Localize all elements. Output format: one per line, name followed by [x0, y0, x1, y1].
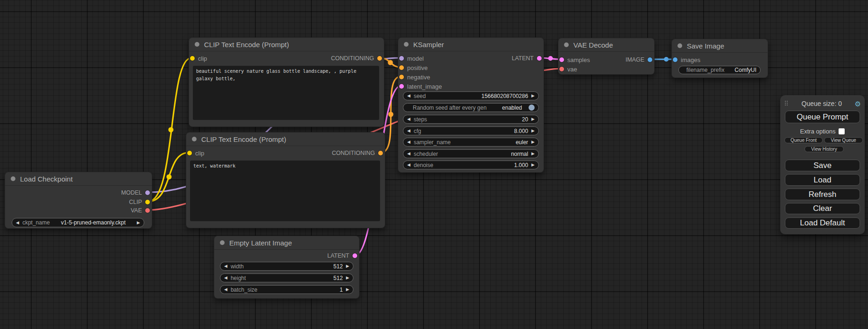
extra-options-checkbox[interactable]	[839, 128, 845, 134]
widget-ckpt-name[interactable]: ◀ ckpt_name v1-5-pruned-emaonly.ckpt ▶	[12, 218, 144, 227]
collapse-dot-icon[interactable]	[11, 176, 15, 181]
input-slot-clip[interactable]: clip	[190, 54, 207, 63]
load-button[interactable]: Load	[785, 174, 860, 186]
latent-port-icon[interactable]	[353, 253, 357, 258]
widget-batch-size[interactable]: ◀ batch_size 1 ▶	[220, 285, 353, 294]
collapse-dot-icon[interactable]	[192, 137, 197, 141]
node-clip-text-encode-negative[interactable]: CLIP Text Encode (Prompt) clip CONDITION…	[186, 132, 385, 228]
decrement-arrow-icon[interactable]: ◀	[407, 94, 410, 98]
output-slot-vae[interactable]: VAE	[131, 206, 150, 215]
node-title-bar[interactable]: CLIP Text Encode (Prompt)	[186, 133, 385, 146]
increment-arrow-icon[interactable]: ▶	[531, 94, 535, 98]
widget-sampler-name[interactable]: ◀ sampler_name euler ▶	[403, 138, 539, 147]
decrement-arrow-icon[interactable]: ◀	[407, 117, 410, 121]
drag-handle-icon[interactable]	[785, 101, 789, 106]
node-empty-latent-image[interactable]: Empty Latent Image LATENT ◀ width 512 ▶ …	[214, 236, 360, 299]
increment-arrow-icon[interactable]: ▶	[531, 117, 535, 121]
input-slot-negative[interactable]: negative	[399, 72, 430, 82]
widget-denoise[interactable]: ◀ denoise 1.000 ▶	[403, 161, 539, 169]
decrement-arrow-icon[interactable]: ◀	[407, 140, 410, 144]
load-default-button[interactable]: Load Default	[785, 217, 860, 229]
widget-width[interactable]: ◀ width 512 ▶	[220, 262, 353, 271]
node-title-bar[interactable]: Save Image	[672, 39, 768, 53]
wire-midpoint-dot[interactable]	[169, 127, 174, 133]
node-vae-decode[interactable]: VAE Decode samples vae IMAGE	[558, 38, 655, 75]
widget-scheduler[interactable]: ◀ scheduler normal ▶	[403, 149, 539, 158]
input-slot-model[interactable]: model	[399, 54, 423, 63]
increment-arrow-icon[interactable]: ▶	[531, 140, 535, 144]
decrement-arrow-icon[interactable]: ◀	[224, 287, 227, 292]
input-slot-samples[interactable]: samples	[559, 55, 590, 64]
collapse-dot-icon[interactable]	[195, 42, 199, 47]
input-slot-latent-image[interactable]: latent_image	[399, 82, 442, 91]
output-slot-conditioning[interactable]: CONDITIONING	[331, 54, 382, 63]
wire-midpoint-dot[interactable]	[388, 60, 393, 65]
wire-midpoint-dot[interactable]	[548, 56, 553, 61]
node-title-bar[interactable]: Load Checkpoint	[5, 172, 152, 186]
increment-arrow-icon[interactable]: ▶	[346, 287, 349, 292]
positive-prompt-textarea[interactable]: beautiful scenery nature glass bottle la…	[193, 66, 379, 120]
view-history-button[interactable]: View History	[804, 146, 844, 152]
wire-midpoint-dot[interactable]	[388, 112, 394, 117]
clip-port-icon[interactable]	[145, 200, 150, 204]
output-slot-image[interactable]: IMAGE	[626, 55, 652, 64]
model-port-icon[interactable]	[399, 56, 404, 61]
clip-port-icon[interactable]	[187, 151, 192, 155]
output-slot-model[interactable]: MODEL	[121, 188, 150, 197]
latent-port-icon[interactable]	[399, 84, 404, 89]
decrement-arrow-icon[interactable]: ◀	[407, 163, 410, 167]
conditioning-port-icon[interactable]	[399, 75, 404, 79]
conditioning-port-icon[interactable]	[378, 151, 383, 155]
settings-gear-icon[interactable]: ⚙	[855, 100, 861, 107]
refresh-button[interactable]: Refresh	[785, 189, 860, 200]
decrement-arrow-icon[interactable]: ◀	[224, 264, 227, 268]
output-slot-latent[interactable]: LATENT	[327, 251, 357, 260]
clip-port-icon[interactable]	[190, 56, 195, 61]
input-slot-images[interactable]: images	[673, 55, 700, 64]
latent-port-icon[interactable]	[537, 56, 542, 61]
toggle-icon[interactable]	[529, 105, 535, 111]
queue-prompt-button[interactable]: Queue Prompt	[785, 111, 860, 123]
conditioning-port-icon[interactable]	[399, 65, 404, 70]
model-port-icon[interactable]	[145, 190, 150, 195]
collapse-dot-icon[interactable]	[564, 42, 569, 47]
image-port-icon[interactable]	[673, 57, 677, 62]
node-clip-text-encode-positive[interactable]: CLIP Text Encode (Prompt) clip CONDITION…	[189, 37, 384, 127]
decrement-arrow-icon[interactable]: ◀	[16, 221, 19, 225]
increment-arrow-icon[interactable]: ▶	[137, 221, 140, 225]
node-ksampler[interactable]: KSampler model positive negative latent_…	[398, 37, 544, 173]
collapse-dot-icon[interactable]	[220, 240, 225, 245]
clear-button[interactable]: Clear	[785, 203, 860, 214]
comfyui-canvas[interactable]: Load Checkpoint MODEL CLIP VAE ◀ ckpt_na…	[0, 0, 868, 329]
output-slot-clip[interactable]: CLIP	[129, 197, 150, 207]
wire-midpoint-dot[interactable]	[664, 57, 669, 62]
widget-filename-prefix[interactable]: filename_prefix ComfyUI	[678, 66, 761, 74]
node-title-bar[interactable]: CLIP Text Encode (Prompt)	[189, 38, 384, 51]
input-slot-clip[interactable]: clip	[187, 148, 205, 158]
negative-prompt-textarea[interactable]: text, watermark	[190, 161, 380, 221]
node-title-bar[interactable]: VAE Decode	[558, 38, 654, 52]
queue-front-button[interactable]: Queue Front	[784, 137, 823, 143]
widget-random-seed[interactable]: Random seed after every gen enabled	[403, 103, 539, 112]
increment-arrow-icon[interactable]: ▶	[531, 163, 535, 167]
collapse-dot-icon[interactable]	[404, 42, 409, 47]
node-load-checkpoint[interactable]: Load Checkpoint MODEL CLIP VAE ◀ ckpt_na…	[5, 172, 152, 229]
queue-panel[interactable]: Queue size: 0 ⚙ Queue Prompt Extra optio…	[780, 95, 865, 234]
output-slot-latent[interactable]: LATENT	[512, 54, 542, 63]
vae-port-icon[interactable]	[145, 208, 150, 213]
collapse-dot-icon[interactable]	[677, 43, 682, 48]
widget-seed[interactable]: ◀ seed 156680208700286 ▶	[403, 91, 539, 100]
wire-midpoint-dot[interactable]	[167, 175, 172, 180]
input-slot-positive[interactable]: positive	[399, 63, 428, 72]
input-slot-vae[interactable]: vae	[559, 64, 577, 74]
node-title-bar[interactable]: Empty Latent Image	[214, 236, 359, 250]
latent-port-icon[interactable]	[559, 57, 564, 62]
increment-arrow-icon[interactable]: ▶	[531, 152, 535, 156]
increment-arrow-icon[interactable]: ▶	[346, 276, 349, 280]
widget-steps[interactable]: ◀ steps 20 ▶	[403, 115, 539, 124]
increment-arrow-icon[interactable]: ▶	[346, 264, 349, 268]
image-port-icon[interactable]	[648, 57, 652, 62]
save-button[interactable]: Save	[785, 160, 860, 171]
widget-cfg[interactable]: ◀ cfg 8.000 ▶	[403, 126, 539, 135]
node-title-bar[interactable]: KSampler	[398, 38, 543, 51]
